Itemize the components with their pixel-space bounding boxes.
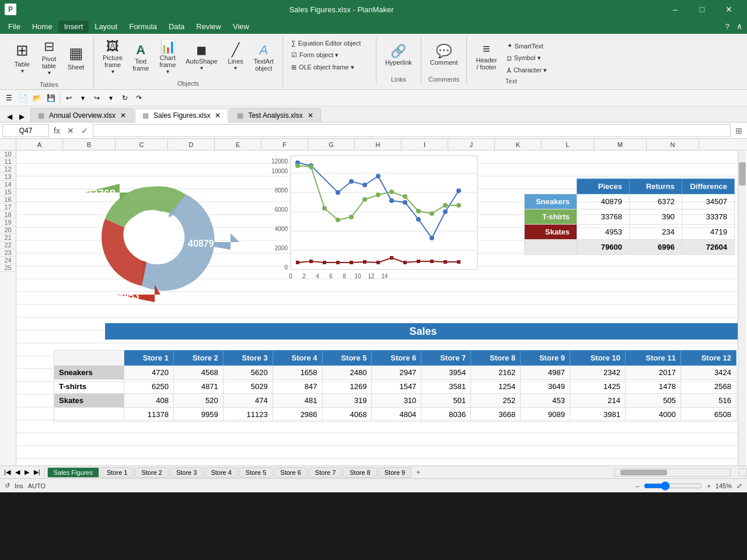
picture-frame-button[interactable]: 🖼 Pictureframe ▾ [99,36,127,78]
menu-data[interactable]: Data [163,20,190,33]
formula-expand[interactable]: ⊞ [733,126,745,135]
col-n[interactable]: N [647,139,699,150]
symbol-button[interactable]: Ω Symbol ▾ [504,53,551,63]
col-e[interactable]: E [215,139,261,150]
col-g[interactable]: G [308,139,355,150]
svg-text:2000: 2000 [275,245,288,251]
ribbon-collapse[interactable]: ∧ [734,22,745,31]
text-frame-button[interactable]: A Textframe [128,40,153,75]
annual-tab-close[interactable]: ✕ [120,111,126,120]
equation-editor-button[interactable]: ∑ Equation Editor object [288,38,364,48]
col-l[interactable]: L [542,139,594,150]
zoom-plus[interactable]: + [707,482,710,489]
toolbar-open-btn[interactable]: 📂 [30,92,43,104]
sheet-first[interactable]: |◀ [2,468,12,477]
sheet-tab-sales-figures[interactable]: Sales Figures [47,467,99,478]
autoshape-button[interactable]: ◼ AutoShape ▾ [181,40,221,75]
chart-frame-button[interactable]: 📊 Chartframe ▾ [155,36,180,78]
comment-button[interactable]: 💬 Comment [426,37,462,72]
sheet-icon: ▦ [69,44,83,62]
sheet-tab-store6[interactable]: Store 6 [274,467,307,478]
sheet-tab-store7[interactable]: Store 7 [309,467,342,478]
add-sheet-button[interactable]: + [413,467,424,478]
sheet-tab-store8[interactable]: Store 8 [343,467,376,478]
formula-confirm[interactable]: ✓ [79,125,90,136]
col-d[interactable]: D [168,139,215,150]
zoom-minus[interactable]: – [636,482,639,489]
pivot-table-button[interactable]: ⊟ Pivottable ▾ [36,36,62,79]
col-h[interactable]: H [355,139,402,150]
menu-formula[interactable]: Formula [123,20,163,33]
zoom-slider[interactable] [644,481,702,491]
toolbar-arrow-btn[interactable]: ↷ [132,92,145,104]
smarttext-button[interactable]: ✦ SmartText [504,41,551,51]
vertical-scrollbar[interactable] [738,150,746,466]
textart-button[interactable]: A TextArtobject [250,40,278,75]
menu-file[interactable]: File [2,20,26,33]
tab-annual[interactable]: ▦ Annual Overview.xlsx ✕ [30,108,134,122]
menu-home[interactable]: Home [26,20,58,33]
vscroll-thumb[interactable] [739,162,746,186]
test-tab-close[interactable]: ✕ [308,111,313,120]
horizontal-scrollbar[interactable] [614,468,731,477]
menu-view[interactable]: View [227,20,255,33]
toolbar-list-btn[interactable]: ☰ [2,92,15,104]
maximize-button[interactable]: □ [689,0,715,19]
hscroll-thumb[interactable] [620,470,667,475]
formula-cancel[interactable]: ✕ [65,125,76,136]
expand-icon[interactable]: ⤢ [736,482,742,490]
cell-reference[interactable] [2,124,49,137]
sheet-button[interactable]: ▦ Sheet [63,40,89,75]
col-k[interactable]: K [495,139,542,150]
svg-rect-87 [430,260,434,263]
col-j[interactable]: J [448,139,495,150]
toolbar-refresh-btn[interactable]: ↻ [118,92,131,104]
toolbar-new-btn[interactable]: 📄 [16,92,29,104]
sheet-tab-store1[interactable]: Store 1 [100,467,134,478]
col-a[interactable]: A [16,139,63,150]
tab-prev[interactable]: ◀ [5,111,15,122]
tab-test[interactable]: ▦ Test Analysis.xlsx ✕ [229,108,320,122]
col-f[interactable]: F [261,139,308,150]
tab-sales[interactable]: ▦ Sales Figures.xlsx ✕ [135,108,228,123]
col-c[interactable]: C [116,139,168,150]
menu-layout[interactable]: Layout [89,20,123,33]
sales-tab-close[interactable]: ✕ [215,111,221,120]
row-11: 11 [0,158,16,166]
menu-review[interactable]: Review [190,20,227,33]
help-button[interactable]: ? [721,20,734,33]
fx-icon[interactable]: fx [51,125,62,136]
status-mode-icon[interactable]: ↺ [5,482,10,489]
sheet-tab-store4[interactable]: Store 4 [204,467,238,478]
toolbar-undo-dropdown[interactable]: ▾ [76,92,89,104]
tab-next[interactable]: ▶ [17,111,27,122]
tot-store1: 11378 [124,408,174,422]
menu-insert[interactable]: Insert [58,20,89,33]
col-m[interactable]: M [594,139,647,150]
sheet-prev[interactable]: ◀ [13,468,22,477]
sheet-last[interactable]: ▶| [32,468,42,477]
toolbar-save-btn[interactable]: 💾 [44,92,57,104]
toolbar-undo-btn[interactable]: ↩ [62,92,75,104]
s-store3: 5620 [223,366,273,380]
textart-label: TextArtobject [254,58,274,72]
sheet-tab-store2[interactable]: Store 2 [135,467,168,478]
table-button[interactable]: ⊞ Table ▾ [9,38,35,77]
col-i[interactable]: I [402,139,448,150]
sheet-tab-store5[interactable]: Store 5 [239,467,273,478]
toolbar-redo-btn[interactable]: ↪ [90,92,103,104]
ole-object-button[interactable]: ⊞ OLE object frame ▾ [288,62,364,72]
character-button[interactable]: Ā Character ▾ [504,65,551,75]
close-button[interactable]: ✕ [715,0,742,19]
sheet-tab-store9[interactable]: Store 9 [378,467,411,478]
hyperlink-button[interactable]: 🔗 Hyperlink [381,37,416,72]
toolbar-redo-dropdown[interactable]: ▾ [104,92,117,104]
form-object-button[interactable]: ☑ Form object ▾ [288,50,364,60]
lines-button[interactable]: ╱ Lines ▾ [223,40,249,75]
header-footer-button[interactable]: ≡ Header/ footer [472,38,501,74]
col-b[interactable]: B [63,139,116,150]
sheet-tab-store3[interactable]: Store 3 [170,467,203,478]
formula-input[interactable] [93,124,731,137]
minimize-button[interactable]: – [662,0,689,19]
sheet-next[interactable]: ▶ [23,468,31,477]
